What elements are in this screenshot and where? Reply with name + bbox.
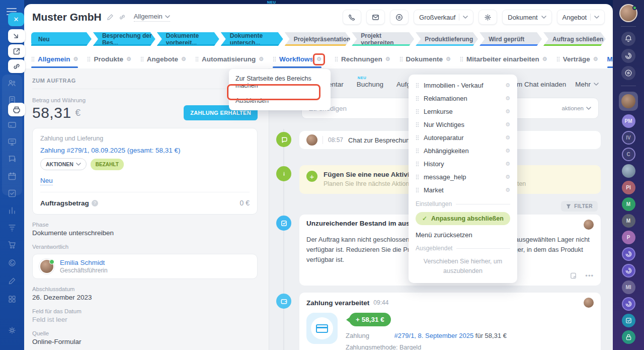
drag-handle-icon[interactable] xyxy=(416,148,419,154)
responsible-name[interactable]: Emilia Schmidt xyxy=(60,259,108,266)
target-icon[interactable] xyxy=(7,258,17,268)
new-payment-link[interactable]: Neu xyxy=(40,177,53,185)
offer-dropdown[interactable]: Angebot xyxy=(557,10,605,25)
apps-icon[interactable] xyxy=(7,294,17,304)
tab-angebote[interactable]: Angebote⚙ xyxy=(140,55,186,68)
notifications-button[interactable] xyxy=(621,32,635,46)
gear-icon[interactable]: ⚙ xyxy=(126,56,131,62)
gear-icon[interactable]: ⚙ xyxy=(505,161,510,167)
avatar[interactable]: M xyxy=(622,214,635,228)
menu-item[interactable]: Nur Wichtiges⚙ xyxy=(409,118,517,131)
responsible-card[interactable]: Emilia Schmidt Geschäftsführerin xyxy=(32,254,258,279)
tab-dokumente[interactable]: Dokumente⚙ xyxy=(399,55,451,68)
mail-button[interactable] xyxy=(366,10,385,25)
menu-item[interactable]: Lernkurse⚙ xyxy=(409,105,517,118)
printer-button[interactable] xyxy=(8,103,25,116)
tasks-icon[interactable] xyxy=(7,188,17,198)
team-icon[interactable] xyxy=(7,78,17,88)
tasks-bot-avatar[interactable] xyxy=(622,314,635,327)
security-bot-avatar[interactable] xyxy=(622,330,635,344)
workspace-avatar[interactable] xyxy=(622,297,635,311)
messages-button[interactable] xyxy=(390,10,409,25)
reset-menu-item[interactable]: Menü zurücksetzen xyxy=(409,225,517,241)
feed-more-dropdown[interactable]: Mehr xyxy=(575,81,599,88)
menu-item[interactable]: Autoreparatur⚙ xyxy=(409,131,517,144)
filter-button[interactable]: FILTER xyxy=(561,201,598,212)
finish-customization-button[interactable]: ✓ Anpassung abschließen xyxy=(416,212,510,225)
drag-handle-icon[interactable] xyxy=(416,187,419,193)
payment-link[interactable]: Zahlung #279/1, 08.09.2025 (gesamt: 58,3… xyxy=(40,147,250,154)
menu-item[interactable]: Abhängigkeiten⚙ xyxy=(409,144,517,157)
avatar[interactable]: PI xyxy=(622,181,635,194)
deal-type-dropdown[interactable]: Großverkauf xyxy=(414,10,473,25)
gear-icon[interactable]: ⚙ xyxy=(505,82,510,89)
workspace-avatar[interactable] xyxy=(622,264,635,277)
composer-actions-dropdown[interactable]: aktionen xyxy=(562,105,591,111)
tab-mehr[interactable]: Mehr xyxy=(607,55,613,68)
drag-handle-icon[interactable] xyxy=(273,56,276,62)
drag-handle-icon[interactable] xyxy=(399,56,403,62)
drag-handle-icon[interactable] xyxy=(556,56,560,62)
drag-handle-icon[interactable] xyxy=(460,56,463,62)
external-link-button[interactable] xyxy=(8,44,25,58)
gear-icon[interactable]: ⚙ xyxy=(542,56,547,62)
invite-chat-link[interactable]: Zum Chat einladen xyxy=(509,81,566,88)
feed-tab-buchung[interactable]: NEU Buchung xyxy=(357,81,383,88)
note-icon[interactable] xyxy=(570,272,577,279)
presentation-icon[interactable] xyxy=(7,137,17,147)
drag-handle-icon[interactable] xyxy=(416,83,419,88)
tab-workflows[interactable]: Workflows⚙ xyxy=(273,55,321,68)
drag-handle-icon[interactable] xyxy=(195,56,199,62)
pipeline-stage[interactable]: Dokumente vorbereit... xyxy=(157,32,219,46)
settings-icon[interactable] xyxy=(7,325,17,335)
drag-handle-icon[interactable] xyxy=(416,109,419,114)
gear-icon[interactable]: ⚙ xyxy=(505,108,510,115)
tab-vertraege[interactable]: Verträge⚙ xyxy=(556,55,598,68)
gear-icon[interactable]: ⚙ xyxy=(259,56,264,62)
tab-allgemein[interactable]: Allgemein⚙ xyxy=(31,55,78,68)
cart-icon[interactable] xyxy=(7,240,17,250)
chat-icon[interactable] xyxy=(7,154,17,164)
drag-handle-icon[interactable] xyxy=(416,135,419,141)
gear-icon[interactable]: ⚙ xyxy=(505,134,510,141)
gear-icon[interactable]: ⚙ xyxy=(181,56,186,62)
avatar[interactable]: M xyxy=(622,197,635,211)
avatar[interactable]: P xyxy=(622,231,635,244)
drag-handle-icon[interactable] xyxy=(416,96,419,101)
tab-rechnungen[interactable]: Rechnungen⚙ xyxy=(335,55,390,68)
pipeline-stage[interactable]: Projekt vorbereiten xyxy=(352,32,414,46)
pipeline-stage[interactable]: Produktlieferung xyxy=(416,32,478,46)
drag-handle-icon[interactable] xyxy=(416,122,419,127)
copy-link-button[interactable] xyxy=(8,59,25,73)
tab-produkte[interactable]: Produkte⚙ xyxy=(87,55,131,68)
avatar[interactable] xyxy=(622,164,635,178)
actions-dropdown[interactable]: AKTIONEN xyxy=(40,158,87,170)
edit-icon[interactable] xyxy=(7,276,17,286)
menu-item[interactable]: Immobilien - Verkauf⚙ xyxy=(409,79,517,92)
drag-handle-icon[interactable] xyxy=(87,56,91,62)
active-chat-avatar[interactable] xyxy=(619,92,638,111)
edit-icon[interactable] xyxy=(107,14,114,21)
gear-icon[interactable]: ⚙ xyxy=(593,56,598,62)
pipeline-stage[interactable]: Besprechung der Bes... xyxy=(93,32,155,46)
call-button[interactable] xyxy=(343,10,361,25)
pipeline-stage[interactable]: Dokumente untersch... xyxy=(221,32,283,46)
avatar[interactable]: IV xyxy=(622,131,635,145)
payment-link[interactable]: #279/1, 8. September 2025 xyxy=(394,332,474,339)
pipeline-stage[interactable]: Auftrag schließen xyxy=(543,32,606,46)
current-user-avatar[interactable] xyxy=(619,4,637,22)
gear-icon[interactable]: ⚙ xyxy=(505,95,510,102)
menu-item[interactable]: Reklamationen⚙ xyxy=(409,92,517,105)
updates-button[interactable] xyxy=(621,49,635,63)
funnel-icon[interactable] xyxy=(7,223,17,233)
document-dropdown[interactable]: Dokument xyxy=(502,10,551,25)
gear-icon[interactable]: ⚙ xyxy=(446,56,451,62)
menu-item[interactable]: History⚙ xyxy=(409,157,517,170)
pipeline-stage[interactable]: Wird geprüft xyxy=(479,32,542,46)
calendar-icon[interactable] xyxy=(7,171,17,181)
messenger-button[interactable] xyxy=(621,66,635,80)
wallet-icon[interactable] xyxy=(7,120,17,130)
gear-icon[interactable]: ⚙ xyxy=(505,148,510,154)
close-button[interactable] xyxy=(8,13,24,26)
tab-mitarbeiter-einarbeiten[interactable]: Mitarbeiter einarbeiten⚙ xyxy=(460,55,547,68)
